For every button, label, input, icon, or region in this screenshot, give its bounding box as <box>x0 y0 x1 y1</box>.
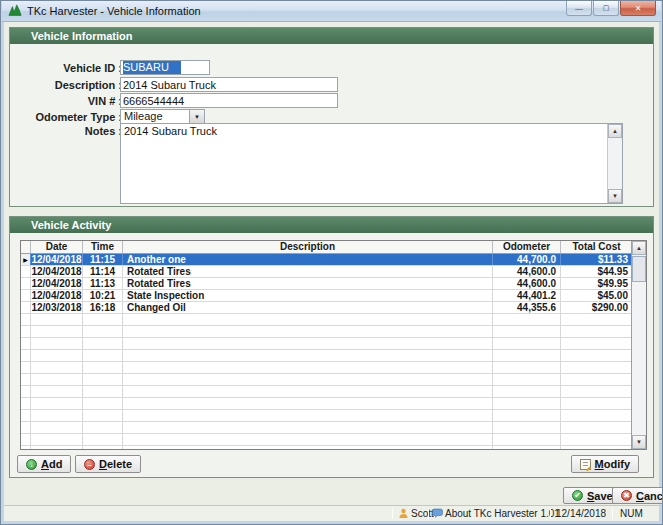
chevron-down-icon[interactable]: ▼ <box>189 110 204 123</box>
status-date: 12/14/2018 <box>556 508 606 520</box>
cell-total-cost: $49.95 <box>561 278 633 289</box>
cell-description: Rotated Tires <box>123 266 493 277</box>
empty-table-row <box>21 326 633 338</box>
vehicle-id-field[interactable]: SUBARU <box>120 60 210 75</box>
cell-time: 11:13 <box>83 278 123 289</box>
cell-time: 11:15 <box>83 254 123 265</box>
maximize-button[interactable]: ▢ <box>593 1 619 16</box>
maximize-icon: ▢ <box>603 4 610 12</box>
status-about-link[interactable]: About TKc Harvester 1.01 <box>445 508 560 520</box>
user-icon <box>398 508 409 519</box>
empty-table-row <box>21 374 633 386</box>
status-separator <box>392 508 393 519</box>
minimize-icon: — <box>575 4 583 13</box>
activity-table-body: Date Time Description Odometer Total Cos… <box>21 241 633 449</box>
table-scrollbar[interactable]: ▲ ▼ <box>631 241 646 449</box>
table-row[interactable]: 12/04/2018 10:21 State Inspection 44,401… <box>21 290 633 302</box>
empty-table-row <box>21 314 633 326</box>
cell-description: Changed Oil <box>123 302 493 313</box>
vin-field[interactable] <box>120 93 338 108</box>
cell-time: 11:14 <box>83 266 123 277</box>
cell-date: 12/04/2018 <box>31 290 83 301</box>
vehicle-activity-header: Vehicle Activity <box>10 217 653 233</box>
odometer-type-dropdown[interactable]: Mileage ▼ <box>120 109 205 124</box>
activity-table: Date Time Description Odometer Total Cos… <box>20 240 647 450</box>
notes-text: 2014 Subaru Truck <box>124 125 217 137</box>
vin-label: VIN # : <box>12 94 122 109</box>
description-label: Description : <box>12 78 122 93</box>
cell-time: 10:21 <box>83 290 123 301</box>
status-bar: Scott About TKc Harvester 1.01 12/14/201… <box>4 505 659 521</box>
table-row[interactable]: 12/04/2018 11:14 Rotated Tires 44,600.0 … <box>21 266 633 278</box>
status-separator <box>428 508 429 519</box>
status-user: Scott <box>411 508 434 520</box>
notes-label: Notes : <box>12 124 122 139</box>
notes-field[interactable]: 2014 Subaru Truck ▲ ▼ <box>120 123 623 204</box>
status-num-lock: NUM <box>620 508 643 520</box>
cell-odometer: 44,401.2 <box>493 290 561 301</box>
cell-total-cost: $11.33 <box>561 254 633 265</box>
add-button-label: Add <box>41 458 62 470</box>
odometer-type-value: Mileage <box>124 110 163 123</box>
empty-table-row <box>21 362 633 374</box>
table-header-row: Date Time Description Odometer Total Cos… <box>21 241 633 254</box>
about-bubble-icon <box>432 508 443 519</box>
scroll-down-icon[interactable]: ▼ <box>632 435 646 449</box>
cancel-button[interactable]: ✖ Cancel <box>612 487 663 504</box>
row-selector-icon: ▶ <box>21 254 30 265</box>
empty-table-row <box>21 350 633 362</box>
add-icon: ↓ <box>26 459 37 470</box>
cell-total-cost: $45.00 <box>561 290 633 301</box>
column-header-description[interactable]: Description <box>123 241 493 253</box>
empty-table-row <box>21 398 633 410</box>
table-row[interactable]: 12/04/2018 11:13 Rotated Tires 44,600.0 … <box>21 278 633 290</box>
empty-table-row <box>21 422 633 434</box>
minimize-button[interactable]: — <box>566 1 592 16</box>
empty-table-row <box>21 338 633 350</box>
table-row[interactable]: 12/03/2018 16:18 Changed Oil 44,355.6 $2… <box>21 302 633 314</box>
close-icon: ✕ <box>635 4 642 13</box>
empty-table-row <box>21 434 633 446</box>
window-controls: — ▢ ✕ <box>565 1 656 16</box>
cell-date: 12/04/2018 <box>31 254 83 265</box>
close-button[interactable]: ✕ <box>620 1 656 16</box>
odometer-type-label: Odometer Type : <box>12 110 122 125</box>
scroll-down-icon[interactable]: ▼ <box>608 189 622 203</box>
cell-odometer: 44,600.0 <box>493 278 561 289</box>
table-row[interactable]: ▶ 12/04/2018 11:15 Another one 44,700.0 … <box>21 254 633 266</box>
title-bar: TKc Harvester - Vehicle Information — ▢ … <box>2 1 661 22</box>
delete-icon: – <box>84 459 95 470</box>
vehicle-id-label: Vehicle ID : <box>12 61 122 76</box>
column-header-date[interactable]: Date <box>31 241 83 253</box>
cancel-icon: ✖ <box>621 490 632 501</box>
app-icon <box>8 4 22 18</box>
cell-odometer: 44,700.0 <box>493 254 561 265</box>
vehicle-information-header: Vehicle Information <box>10 28 653 44</box>
column-header-time[interactable]: Time <box>83 241 123 253</box>
notes-scrollbar[interactable]: ▲ ▼ <box>607 124 622 203</box>
add-button[interactable]: ↓ Add <box>17 455 71 473</box>
window-title: TKc Harvester - Vehicle Information <box>27 5 201 17</box>
vehicle-activity-panel: Vehicle Activity Date Time Description O… <box>9 216 654 478</box>
scroll-up-icon[interactable]: ▲ <box>632 241 646 255</box>
app-window: TKc Harvester - Vehicle Information — ▢ … <box>0 0 663 525</box>
delete-button[interactable]: – Delete <box>75 455 141 473</box>
cell-time: 16:18 <box>83 302 123 313</box>
scrollbar-thumb[interactable] <box>632 256 646 282</box>
cell-date: 12/04/2018 <box>31 266 83 277</box>
selector-column-header <box>21 241 31 253</box>
modify-icon <box>580 459 591 470</box>
empty-table-row <box>21 410 633 422</box>
description-field[interactable] <box>120 77 338 92</box>
scroll-up-icon[interactable]: ▲ <box>608 124 622 138</box>
status-separator <box>612 508 613 519</box>
cancel-button-label: Cancel <box>636 490 663 502</box>
column-header-odometer[interactable]: Odometer <box>493 241 561 253</box>
vehicle-information-panel: Vehicle Information Vehicle ID : SUBARU … <box>9 27 654 207</box>
vehicle-id-selected-text: SUBARU <box>123 61 181 74</box>
status-separator <box>550 508 551 519</box>
modify-button[interactable]: Modify <box>571 455 639 473</box>
column-header-total-cost[interactable]: Total Cost <box>561 241 633 253</box>
delete-button-label: Delete <box>99 458 132 470</box>
save-button-label: Save <box>587 490 613 502</box>
